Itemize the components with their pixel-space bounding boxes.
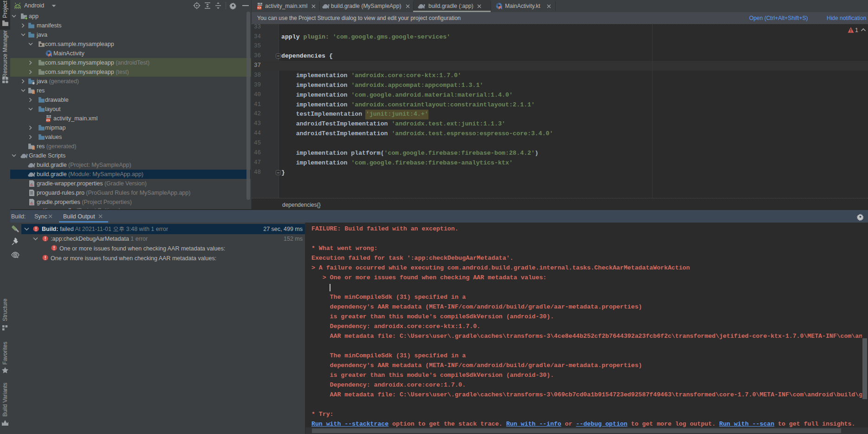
svg-text:<>: <> [258,7,261,10]
svg-text:<>: <> [46,119,50,122]
